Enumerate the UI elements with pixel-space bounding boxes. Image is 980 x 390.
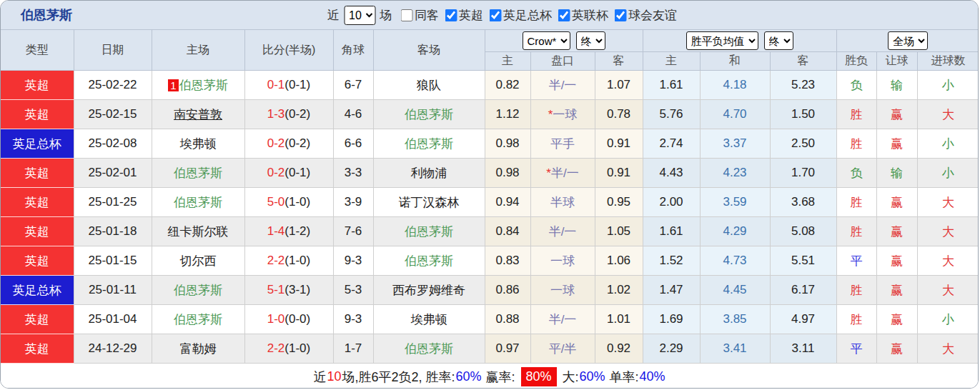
- matches-count-select[interactable]: 10: [344, 6, 375, 25]
- filter-checkbox-英足总杯[interactable]: 英足总杯: [489, 7, 552, 24]
- goals-result-cell: 大: [917, 334, 979, 364]
- odds-away-cell: 1.02: [595, 276, 643, 305]
- checkbox-label: 英联杯: [572, 7, 608, 24]
- home-team-link[interactable]: 伯恩茅斯: [179, 79, 228, 92]
- fulltime-score: 2-2: [267, 341, 285, 355]
- checkbox-input[interactable]: [400, 9, 412, 21]
- fulltime-score: 5-1: [267, 283, 285, 296]
- home-team-link[interactable]: 伯恩茅斯: [174, 166, 222, 180]
- result-cell: 平: [836, 334, 876, 364]
- fulltime-score: 0-2: [267, 166, 285, 179]
- handicap-cell: 一球: [530, 276, 595, 305]
- filter-checkbox-同客[interactable]: 同客: [400, 7, 439, 24]
- handicap-value: 半球: [550, 196, 575, 209]
- avg-draw-cell: 3.59: [700, 188, 770, 217]
- avg-away-cell: 3.11: [770, 334, 836, 364]
- avg-home-cell: 1.52: [643, 246, 700, 276]
- handicap-value: 一球: [550, 254, 575, 268]
- avg-away-cell: 4.97: [770, 305, 836, 334]
- handicap-result-cell: 赢: [876, 129, 917, 159]
- away-team-link[interactable]: 狼队: [417, 79, 441, 92]
- sub-col-header-6: 胜负: [836, 52, 876, 71]
- odds-final-select[interactable]: 终: [576, 31, 605, 50]
- home-team-link[interactable]: 切尔西: [180, 254, 217, 268]
- avg-away-cell: 5.23: [770, 71, 836, 100]
- home-team-link[interactable]: 伯恩茅斯: [174, 313, 222, 326]
- score-cell: 0-1(0-1): [244, 71, 333, 100]
- handicap-result-cell: 赢: [876, 100, 917, 129]
- away-team-cell: 西布罗姆维奇: [373, 276, 485, 305]
- handicap-result-cell: 赢: [876, 246, 917, 276]
- result-cell: 胜: [836, 276, 876, 305]
- away-team-link[interactable]: 伯恩茅斯: [405, 342, 453, 356]
- home-team-cell: 富勒姆: [152, 334, 244, 364]
- away-team-link[interactable]: 西布罗姆维奇: [392, 284, 465, 297]
- summary-segment-5: 80%: [521, 367, 557, 386]
- match-date-cell: 25-02-15: [74, 100, 152, 129]
- table-row: 英超 25-02-22 1伯恩茅斯 0-1(0-1) 6-7 狼队 0.82 半…: [1, 71, 979, 100]
- filter-checkbox-英超[interactable]: 英超: [445, 7, 483, 24]
- halftime-score: (0-2): [284, 136, 310, 150]
- home-team-link[interactable]: 南安普敦: [174, 108, 222, 121]
- avg-away-cell: 1.50: [770, 100, 836, 129]
- table-row: 英超 24-12-29 富勒姆 2-2(1-0) 1-7 伯恩茅斯 0.97 平…: [1, 334, 979, 364]
- goals-result-cell: 小: [917, 71, 979, 100]
- away-team-link[interactable]: 伯恩茅斯: [405, 108, 453, 121]
- home-team-link[interactable]: 伯恩茅斯: [174, 284, 222, 297]
- filter-checkbox-英联杯[interactable]: 英联杯: [558, 7, 608, 24]
- home-team-cell: 埃弗顿: [152, 129, 244, 159]
- score-cell: 0-2(0-1): [244, 159, 333, 188]
- home-team-link[interactable]: 纽卡斯尔联: [168, 225, 229, 239]
- fulltime-select[interactable]: 全场: [888, 31, 928, 50]
- corners-cell: 7-6: [333, 217, 373, 246]
- halftime-score: (0-2): [284, 107, 310, 121]
- halftime-score: (0-1): [284, 78, 310, 91]
- home-team-link[interactable]: 富勒姆: [180, 342, 217, 356]
- match-type-cell: 英超: [1, 100, 74, 129]
- score-cell: 5-0(1-0): [244, 188, 333, 217]
- away-team-link[interactable]: 诺丁汉森林: [399, 196, 460, 209]
- avg-away-cell: 6.17: [770, 276, 836, 305]
- odds-company-select[interactable]: Crow*: [523, 31, 570, 50]
- filter-checkbox-球会友谊[interactable]: 球会友谊: [614, 7, 677, 24]
- away-team-link[interactable]: 伯恩茅斯: [405, 137, 453, 151]
- score-cell: 2-2(1-0): [244, 334, 333, 364]
- avg-final-select[interactable]: 终: [764, 31, 793, 50]
- odds-away-cell: 0.92: [595, 334, 643, 364]
- avg-away-cell: 5.51: [770, 246, 836, 276]
- halftime-score: (0-1): [284, 166, 310, 179]
- goals-result-cell: 小: [917, 159, 979, 188]
- checkbox-input[interactable]: [614, 9, 626, 21]
- handicap-cell: 半/一: [530, 217, 595, 246]
- away-team-cell: 伯恩茅斯: [373, 129, 485, 159]
- col-header-type: 类型: [1, 30, 74, 71]
- handicap-result-cell: 赢: [876, 305, 917, 334]
- halftime-score: (0-0): [284, 312, 310, 326]
- avg-draw-cell: 4.23: [700, 159, 770, 188]
- match-date-cell: 25-01-25: [74, 188, 152, 217]
- checkbox-input[interactable]: [489, 9, 501, 21]
- halftime-score: (3-1): [284, 283, 310, 296]
- checkbox-input[interactable]: [558, 9, 570, 21]
- away-team-link[interactable]: 伯恩茅斯: [405, 254, 453, 268]
- home-team-link[interactable]: 埃弗顿: [180, 137, 217, 151]
- away-team-link[interactable]: 利物浦: [411, 166, 447, 180]
- odds-home-cell: 0.94: [485, 188, 530, 217]
- match-date-cell: 24-12-29: [74, 334, 152, 364]
- avg-odds-select[interactable]: 胜平负均值: [686, 31, 758, 50]
- corners-cell: 6-7: [333, 71, 373, 100]
- away-team-link[interactable]: 伯恩茅斯: [405, 225, 453, 239]
- away-team-cell: 利物浦: [373, 159, 485, 188]
- away-team-link[interactable]: 埃弗顿: [411, 313, 447, 326]
- corners-cell: 9-3: [333, 305, 373, 334]
- avg-draw-cell: 3.41: [700, 334, 770, 364]
- table-row: 英足总杯 25-02-08 埃弗顿 0-2(0-2) 6-6 伯恩茅斯 0.98…: [1, 129, 979, 159]
- avg-draw-cell: 4.29: [700, 217, 770, 246]
- table-row: 英足总杯 25-01-11 伯恩茅斯 5-1(3-1) 5-3 西布罗姆维奇 0…: [1, 276, 979, 305]
- halftime-score: (1-0): [284, 341, 310, 355]
- sub-col-header-8: 进球数: [917, 52, 979, 71]
- match-type-cell: 英足总杯: [1, 276, 74, 305]
- result-cell: 负: [836, 71, 876, 100]
- checkbox-input[interactable]: [445, 9, 457, 21]
- home-team-link[interactable]: 伯恩茅斯: [174, 196, 222, 209]
